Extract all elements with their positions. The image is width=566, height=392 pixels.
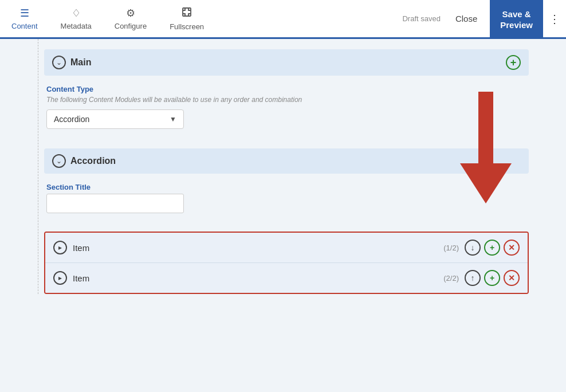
section-header-left: ⌄ Main — [52, 56, 91, 69]
save-preview-button[interactable]: Save &Preview — [490, 0, 543, 39]
chevron-right-icon: ▸ — [58, 274, 62, 282]
arrow-down-icon: ↓ — [471, 243, 475, 252]
chevron-down-icon: ⌄ — [56, 157, 62, 165]
metadata-icon: ♢ — [72, 7, 81, 19]
tab-metadata-label: Metadata — [61, 22, 92, 30]
content-type-select[interactable]: Accordion ▼ — [46, 109, 184, 129]
plus-icon: + — [490, 243, 494, 252]
content-type-value: Accordion — [54, 115, 89, 124]
item-1-remove-button[interactable]: ✕ — [504, 240, 520, 256]
item-2-move-up-button[interactable]: ↑ — [465, 270, 481, 286]
tab-content[interactable]: ☰ Content — [0, 0, 49, 39]
close-icon: ✕ — [508, 243, 515, 252]
draft-saved-status: Draft saved — [402, 14, 440, 23]
close-button[interactable]: Close — [447, 10, 485, 27]
tab-metadata[interactable]: ♢ Metadata — [49, 0, 103, 37]
left-sidebar — [32, 39, 38, 294]
item-1-expand-button[interactable]: ▸ — [53, 241, 67, 254]
fullscreen-icon — [182, 7, 192, 20]
chevron-down-icon: ⌄ — [56, 58, 62, 66]
item-2-label: Item — [73, 273, 443, 283]
tab-content-label: Content — [11, 22, 38, 30]
main-collapse-button[interactable]: ⌄ — [52, 56, 66, 69]
section-title-group: Section Title — [44, 174, 529, 222]
item-1-move-down-button[interactable]: ↓ — [465, 240, 481, 256]
item-2-remove-button[interactable]: ✕ — [504, 270, 520, 286]
main-section-header: ⌄ Main + — [44, 49, 529, 76]
item-2-add-button[interactable]: + — [484, 270, 500, 286]
item-1-actions: ↓ + ✕ — [465, 240, 520, 256]
item-2-expand-button[interactable]: ▸ — [53, 271, 67, 285]
item-1-add-button[interactable]: + — [484, 240, 500, 256]
content-wrapper: ⌄ Main + Content Type The following Cont… — [32, 39, 534, 294]
item-2-counter: (2/2) — [443, 274, 459, 283]
items-container: ▸ Item (1/2) ↓ + — [44, 232, 529, 294]
svg-rect-0 — [183, 8, 191, 16]
plus-icon: + — [490, 273, 494, 283]
tab-fullscreen[interactable]: Fullscreen — [158, 0, 215, 37]
item-1-label: Item — [73, 243, 443, 253]
item-1-counter: (1/2) — [443, 244, 459, 252]
tab-configure-label: Configure — [115, 22, 147, 30]
close-icon: ✕ — [508, 273, 515, 283]
more-options-button[interactable]: ⋮ — [543, 0, 566, 37]
tab-fullscreen-label: Fullscreen — [170, 22, 204, 31]
section-title-label: Section Title — [46, 183, 526, 191]
content-type-sublabel: The following Content Modules will be av… — [46, 96, 526, 104]
section-title-input[interactable] — [46, 194, 184, 213]
accordion-section-title: Accordion — [70, 156, 116, 166]
table-row: ▸ Item (2/2) ↑ + — [45, 263, 528, 293]
add-main-section-button[interactable]: + — [506, 55, 521, 70]
accordion-section-header: ⌄ Accordion — [44, 148, 529, 174]
main-content-area: ⌄ Main + Content Type The following Cont… — [0, 39, 566, 392]
accordion-header-left: ⌄ Accordion — [52, 154, 116, 168]
content-type-label: Content Type — [46, 85, 526, 93]
nav-right-actions: Draft saved Close — [402, 0, 490, 37]
item-2-actions: ↑ + ✕ — [465, 270, 520, 286]
arrow-up-icon: ↑ — [471, 273, 475, 283]
content-type-group: Content Type The following Content Modul… — [44, 76, 529, 138]
top-navigation: ☰ Content ♢ Metadata ⚙ Configure Fullscr… — [0, 0, 566, 39]
form-area: ⌄ Main + Content Type The following Cont… — [38, 39, 534, 294]
table-row: ▸ Item (1/2) ↓ + — [45, 233, 528, 263]
tab-configure[interactable]: ⚙ Configure — [103, 0, 158, 37]
accordion-section: ⌄ Accordion Section Title — [44, 148, 529, 294]
content-icon: ☰ — [20, 7, 29, 19]
main-section-title: Main — [70, 57, 91, 68]
chevron-right-icon: ▸ — [58, 244, 62, 252]
plus-icon: + — [510, 57, 517, 69]
chevron-down-icon: ▼ — [170, 115, 176, 123]
configure-icon: ⚙ — [126, 7, 135, 19]
accordion-collapse-button[interactable]: ⌄ — [52, 154, 66, 168]
